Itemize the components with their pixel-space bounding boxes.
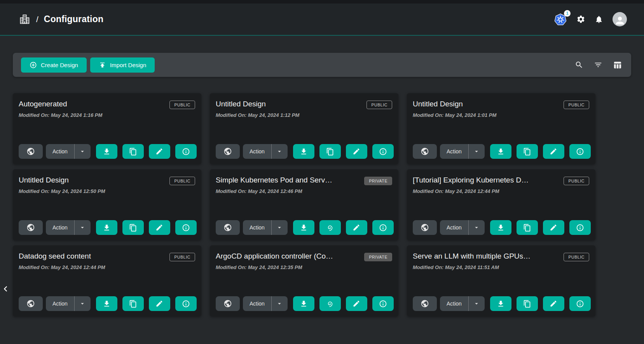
notifications-button[interactable] <box>595 15 603 24</box>
search-button[interactable] <box>575 61 583 69</box>
download-button[interactable] <box>490 144 511 159</box>
visibility-globe-button[interactable] <box>216 296 240 311</box>
action-button[interactable]: Action <box>46 296 74 311</box>
edit-button[interactable] <box>149 220 170 235</box>
visibility-globe-button[interactable] <box>19 220 43 235</box>
import-design-button[interactable]: Import Design <box>90 57 155 73</box>
kubernetes-context-button[interactable]: 1 <box>554 13 567 26</box>
action-split-button: Action <box>46 144 91 159</box>
action-dropdown-toggle[interactable] <box>74 220 91 235</box>
edit-button[interactable] <box>346 220 367 235</box>
visibility-badge: PUBLIC <box>367 101 392 109</box>
visibility-globe-button[interactable] <box>19 144 43 159</box>
card-header: Simple Kubernetes Pod and Serv… PRIVATE <box>216 176 392 185</box>
clone-button[interactable] <box>517 220 538 235</box>
clone-button[interactable] <box>122 220 144 235</box>
edit-button[interactable] <box>149 296 170 311</box>
download-button[interactable] <box>96 220 117 235</box>
breadcrumb-separator: / <box>36 15 38 24</box>
visibility-globe-button[interactable] <box>19 296 43 311</box>
action-button[interactable]: Action <box>440 144 468 159</box>
user-avatar[interactable] <box>613 12 627 26</box>
edit-button[interactable] <box>543 296 564 311</box>
action-split-button: Action <box>440 296 485 311</box>
design-card: Autogenerated PUBLIC Modified On: May 24… <box>13 93 201 164</box>
visibility-globe-button[interactable] <box>216 220 240 235</box>
download-icon <box>300 300 308 308</box>
clone-button[interactable] <box>517 296 538 311</box>
info-button[interactable] <box>175 296 197 311</box>
action-button[interactable]: Action <box>46 144 74 159</box>
organization-building-icon[interactable] <box>19 13 31 25</box>
info-button[interactable] <box>569 220 591 235</box>
globe-icon <box>26 299 35 308</box>
modified-timestamp: Modified On: May 24, 2024 1:16 PM <box>19 112 195 118</box>
bell-icon <box>595 15 603 24</box>
design-title: Untitled Design <box>413 100 463 108</box>
info-button[interactable] <box>175 144 197 159</box>
clone-copy-icon <box>326 148 334 156</box>
edit-pencil-icon <box>353 224 360 231</box>
action-split-button: Action <box>243 296 288 311</box>
modified-timestamp: Modified On: May 24, 2024 12:46 PM <box>216 188 392 194</box>
action-label: Action <box>250 301 265 307</box>
import-design-label: Import Design <box>110 62 146 68</box>
visibility-globe-button[interactable] <box>413 296 437 311</box>
kanvas-button[interactable] <box>319 296 341 311</box>
download-button[interactable] <box>293 220 314 235</box>
kanvas-spiral-icon <box>326 223 334 232</box>
download-button[interactable] <box>490 220 511 235</box>
download-button[interactable] <box>96 144 117 159</box>
action-dropdown-toggle[interactable] <box>468 220 485 235</box>
edit-button[interactable] <box>346 144 367 159</box>
info-button[interactable] <box>569 144 591 159</box>
action-dropdown-toggle[interactable] <box>468 296 485 311</box>
table-view-button[interactable] <box>613 61 622 69</box>
action-button[interactable]: Action <box>243 144 271 159</box>
action-dropdown-toggle[interactable] <box>74 296 91 311</box>
info-button[interactable] <box>372 144 394 159</box>
kanvas-button[interactable] <box>319 220 341 235</box>
collapse-panel-toggle[interactable] <box>1 285 10 293</box>
visibility-globe-button[interactable] <box>413 144 437 159</box>
info-button[interactable] <box>175 220 197 235</box>
info-button[interactable] <box>372 296 394 311</box>
download-button[interactable] <box>293 296 314 311</box>
action-dropdown-toggle[interactable] <box>271 220 288 235</box>
design-card: Untitled Design PUBLIC Modified On: May … <box>13 169 201 240</box>
action-button[interactable]: Action <box>243 296 271 311</box>
edit-button[interactable] <box>543 220 564 235</box>
visibility-globe-button[interactable] <box>216 144 240 159</box>
filter-button[interactable] <box>594 61 602 69</box>
download-button[interactable] <box>96 296 117 311</box>
create-design-button[interactable]: Create Design <box>21 57 87 73</box>
info-button[interactable] <box>372 220 394 235</box>
app-bar-actions: 1 <box>554 12 627 26</box>
edit-button[interactable] <box>149 144 170 159</box>
action-split-button: Action <box>440 220 485 235</box>
download-button[interactable] <box>490 296 511 311</box>
clone-button[interactable] <box>122 296 144 311</box>
action-dropdown-toggle[interactable] <box>271 144 288 159</box>
edit-button[interactable] <box>543 144 564 159</box>
action-dropdown-toggle[interactable] <box>468 144 485 159</box>
info-button[interactable] <box>569 296 591 311</box>
settings-button[interactable] <box>576 15 585 24</box>
chevron-down-icon <box>79 148 86 155</box>
clone-button[interactable] <box>517 144 538 159</box>
download-icon <box>103 224 111 232</box>
action-button[interactable]: Action <box>440 220 468 235</box>
action-dropdown-toggle[interactable] <box>271 296 288 311</box>
action-dropdown-toggle[interactable] <box>74 144 91 159</box>
visibility-globe-button[interactable] <box>413 220 437 235</box>
edit-button[interactable] <box>346 296 367 311</box>
clone-button[interactable] <box>122 144 144 159</box>
download-icon <box>103 300 111 308</box>
visibility-badge: PUBLIC <box>564 177 589 185</box>
action-button[interactable]: Action <box>440 296 468 311</box>
action-button[interactable]: Action <box>243 220 271 235</box>
action-button[interactable]: Action <box>46 220 74 235</box>
download-button[interactable] <box>293 144 314 159</box>
clone-button[interactable] <box>319 144 341 159</box>
download-icon <box>497 224 505 232</box>
